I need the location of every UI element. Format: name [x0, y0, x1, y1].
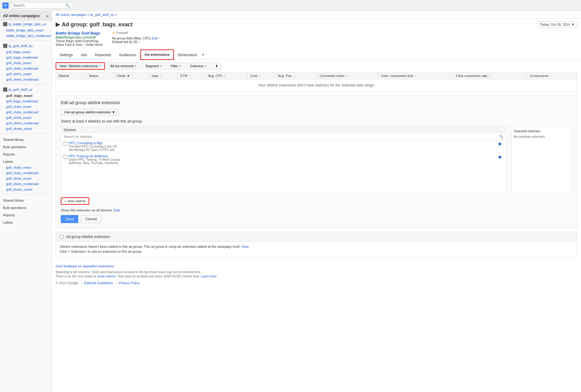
breadcrumb-account[interactable]: tp_golf_stuff_us: [90, 13, 114, 16]
tab-dimensions[interactable]: Dimensions: [174, 50, 201, 60]
account-icon-3: [3, 87, 7, 92]
tab-keywords[interactable]: Keywords: [91, 50, 115, 60]
col-click-conversion-rate[interactable]: Click conversion rate ?: [454, 72, 527, 79]
columns-btn[interactable]: Columns ▼: [187, 63, 210, 69]
all-but-removed-btn[interactable]: All but removed ▼: [107, 63, 140, 69]
segment-dropdown-arrow: ▼: [160, 65, 162, 68]
sidebar-section-bulk[interactable]: Bulk operations: [0, 143, 52, 150]
ad-desc1: These Bags Hold Everything.: [56, 39, 103, 43]
sitelinks-search-icon: 🔍: [499, 134, 503, 138]
sidebar-item-golf-shirts-modbroad[interactable]: golf_shirts_modbroad: [0, 120, 52, 126]
sidebar-item-golf-clubs-exact[interactable]: golf_clubs_exact: [0, 104, 52, 109]
sidebar-item-golf-shirts-modbroad-au[interactable]: golf_shirts_modbroad: [0, 77, 52, 82]
sidebar-label-golf-shirts-exact[interactable]: golf_shirts_exact: [0, 176, 52, 181]
page-header: ▶ Ad group: golf_bags_exact Today: Oct 2…: [52, 19, 581, 29]
col-conversions[interactable]: Conversions ?: [527, 72, 577, 79]
sidebar-item-golf-bags-exact-au[interactable]: golf_bags_exact: [0, 49, 52, 55]
sidebar-item-golf-clubs-modbroad[interactable]: golf_clubs_modbroad: [0, 109, 52, 115]
sitelink-item-2: PPC Training for AdWords Online PPC Trai…: [61, 153, 506, 166]
sidebar-account-3[interactable]: tp_golf_stuff_us: [0, 86, 52, 93]
search-box[interactable]: 🔍: [11, 2, 72, 9]
sidebar-item-golf-clubs-modbroad-au[interactable]: golf_clubs_modbroad: [0, 66, 52, 71]
col-cost[interactable]: Cost ?: [248, 72, 275, 79]
some-metrics-link[interactable]: some metrics: [97, 275, 115, 278]
sidebar-item-golf-bags-modbroad[interactable]: golf_bags_modbroad: [0, 98, 52, 104]
tab-ad-extensions[interactable]: Ad extensions: [140, 49, 174, 60]
sitelinks-search-input[interactable]: [64, 135, 498, 138]
ad-status: ⏸ Paused: [112, 31, 160, 35]
sidebar-section-reports-2[interactable]: Reports: [0, 211, 52, 218]
date-picker[interactable]: Today: Oct 20, 2014 ▼: [537, 21, 577, 27]
col-converted-clicks[interactable]: Converted clicks ?: [317, 72, 379, 79]
tab-audiences[interactable]: Audiences: [115, 50, 140, 60]
tab-settings[interactable]: Settings: [56, 50, 77, 60]
sidebar-label-golf-shirts-modbroad[interactable]: golf_shirts_modbroad: [0, 181, 52, 187]
sitelink-checkbox-2[interactable]: [64, 155, 68, 159]
sidebar-section-shared-2[interactable]: Shared library: [0, 196, 52, 203]
sidebar-item-golf-shirts-exact-au[interactable]: golf_shirts_exact: [0, 71, 52, 77]
ad-title[interactable]: Battle Bridge Golf Bags: [56, 31, 103, 35]
sidebar-item-golf-bags-exact[interactable]: golf_bags_exact: [0, 93, 52, 98]
sidebar-collapse-btn[interactable]: «: [46, 13, 49, 18]
filter-btn[interactable]: Filter ▼: [167, 63, 185, 69]
col-avg-cpc[interactable]: Avg. CPC ?: [205, 72, 248, 79]
feedback-link[interactable]: Give feedback on upgraded extensions: [56, 264, 114, 268]
sidebar-label-golf-clubs-modbroad[interactable]: golf_clubs_modbroad: [0, 170, 52, 176]
learn-more-link[interactable]: Learn more: [201, 275, 217, 278]
col-cost-converted[interactable]: Cost / converted click ?: [378, 72, 454, 79]
new-sitelink-label: New sitelink: [68, 199, 86, 203]
sidebar-label-golf-shoes-exact[interactable]: golf_shoes_exact: [0, 187, 52, 192]
col-impr[interactable]: Impr. ?: [149, 72, 178, 79]
view-dropdown-arrow: ▼: [99, 65, 101, 68]
save-button[interactable]: Save: [61, 215, 78, 223]
sitelink-add-btn-1[interactable]: ▶: [498, 141, 503, 146]
sidebar-item-golf-shirts-exact[interactable]: golf_shirts_exact: [0, 115, 52, 120]
search-input[interactable]: [13, 3, 64, 8]
sitelink-checkbox-1[interactable]: [64, 142, 68, 146]
sidebar-account-1[interactable]: tp_battle_bridge_labs_us: [0, 21, 52, 27]
use-ad-group-arrow: ▼: [112, 110, 115, 114]
footer-section: Give feedback on upgraded extensions Rep…: [56, 262, 577, 287]
breadcrumb-all-campaigns[interactable]: All online campaigns: [56, 13, 86, 16]
sitelink-add-btn-2[interactable]: ▶: [498, 154, 503, 159]
search-icon: 🔍: [65, 3, 70, 8]
sidebar-item-golf-shoes-exact[interactable]: golf_shoes_exact: [0, 126, 52, 131]
sidebar-account-2[interactable]: tp_golf_stuff_au: [0, 42, 52, 49]
segment-btn[interactable]: Segment ▼: [142, 63, 166, 69]
col-clicks[interactable]: Clicks ▼: [114, 72, 149, 79]
sidebar-item-golf-bags-modbroad-au[interactable]: golf_bags_modbroad: [0, 55, 52, 60]
sidebar-label-golf-clubs-exact[interactable]: golf_clubs_exact: [0, 165, 52, 170]
col-avg-pos[interactable]: Avg. Pos. ?: [275, 72, 317, 79]
footer-copyright: © 2014 Google | Editorial Guidelines | P…: [56, 281, 577, 285]
account-icon-2: [3, 44, 7, 48]
ad-bids-edit-link[interactable]: Edit: [152, 36, 158, 40]
use-ad-group-btn[interactable]: Use ad group sitelink extension ▼: [61, 109, 119, 115]
cancel-button[interactable]: Cancel: [81, 215, 101, 223]
sidebar-item-battle-exact[interactable]: battle_bridge_labs_exact: [0, 27, 52, 33]
ad-preview: Battle Bridge Golf Bags BattleBridgeLabs…: [56, 31, 103, 46]
privacy-link[interactable]: Privacy Policy: [119, 281, 140, 285]
ad-desc2: Ships Fast & Free - Order Now!: [56, 43, 103, 46]
editorial-link[interactable]: Editorial Guidelines: [84, 281, 113, 285]
extension-view-link[interactable]: View: [241, 245, 249, 248]
col-ctr[interactable]: CTR ?: [178, 72, 205, 79]
show-extension-text: Show this extension on all devices.: [61, 208, 113, 212]
sitelink-name-1: PPC Consulting & Mgt: [69, 141, 117, 145]
sidebar-section-labels[interactable]: Labels: [0, 157, 52, 165]
sidebar-item-golf-clubs-exact-au[interactable]: golf_clubs_exact: [0, 60, 52, 66]
sidebar-section-labels-2[interactable]: Labels: [0, 218, 52, 225]
sidebar-section-bulk-2[interactable]: Bulk operations: [0, 203, 52, 211]
tab-more-btn[interactable]: ▾: [201, 50, 205, 59]
sidebar-header: All online campaigns «: [0, 11, 52, 21]
download-btn[interactable]: ⬇: [212, 63, 221, 70]
sidebar-section-shared[interactable]: Shared library: [0, 135, 52, 143]
ad-status-section: ⏸ Paused Ad group bids (Max. CPC) Edit ?…: [112, 31, 160, 44]
sidebar-section-reports[interactable]: Reports: [0, 150, 52, 157]
new-sitelink-btn[interactable]: + New sitelink: [61, 197, 89, 205]
extension-checkbox[interactable]: [60, 235, 64, 239]
sidebar-item-battle-modbroad[interactable]: battle_bridge_labs_modbroad: [0, 33, 52, 38]
show-extension-edit-link[interactable]: Edit: [114, 208, 120, 212]
tab-ads[interactable]: Ads: [77, 50, 91, 60]
sitelinks-search-box[interactable]: 🔍: [61, 133, 506, 140]
view-sitelinks-btn[interactable]: View: Sitelinks extensions ▼: [56, 62, 105, 70]
